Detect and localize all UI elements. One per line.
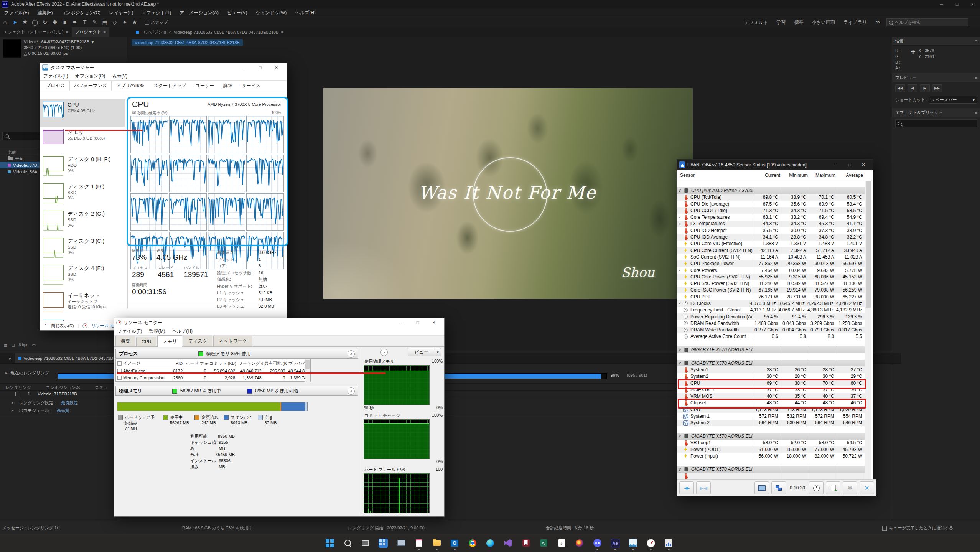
workspace-デフォルト[interactable]: デフォルト (744, 19, 768, 26)
hw-row-CPU CCD1 (Tdie)[interactable]: CPU CCD1 (Tdie)71.3 °C34.3 °C71.5 °C58.5… (677, 207, 865, 214)
taskbar-search-icon[interactable] (343, 538, 353, 548)
maximize-button[interactable]: □ (410, 318, 426, 327)
hw-row-VRM MOS[interactable]: VRM MOS40 °C35 °C40 °C37 °C (677, 393, 865, 400)
project-item-name[interactable]: Videole...6A-87D2-04371BEB218B ▼ (24, 39, 95, 45)
chevron-down-icon[interactable]: v (677, 348, 682, 352)
rm-tab-ディスク[interactable]: ディスク (183, 336, 212, 346)
taskbar-green-app-icon[interactable]: ∿ (539, 538, 549, 548)
ae-menu-ヘルプ(H)[interactable]: ヘルプ(H) (291, 10, 320, 16)
collapse-section-button[interactable]: ∧ (348, 387, 355, 395)
hw-header-sensor[interactable]: Sensor (677, 173, 755, 178)
hw-row-CPU (Tctl/Tdie)[interactable]: CPU (Tctl/Tdie)69.8 °C38.9 °C70.1 °C60.5… (677, 194, 865, 201)
tm-tab-プロセス[interactable]: プロセス (41, 81, 69, 91)
workspace-小さい画面[interactable]: 小さい画面 (812, 19, 835, 26)
tm-sidebar-item-ディスク 2 (G:)[interactable]: ディスク 2 (G:)SSD0% (40, 208, 125, 236)
rm-menu-ヘルプ(H)[interactable]: ヘルプ(H) (168, 328, 196, 334)
taskbar-hwinfo-icon[interactable] (664, 538, 674, 548)
tm-sidebar-item-ディスク 4 (E:)[interactable]: ディスク 4 (E:)SSD0% (40, 263, 125, 290)
column-ハード フォール...[interactable]: ハード フォール... (184, 361, 208, 366)
hw-row-System 2[interactable]: System 2564 RPM530 RPM564 RPM546 RPM (677, 420, 865, 426)
roto-brush-tool-icon[interactable]: ✦ (120, 19, 130, 25)
panel-menu-icon[interactable]: ≡ (975, 75, 977, 80)
hw-row-CPU SoC Power (SVI2 TFN)[interactable]: CPU SoC Power (SVI2 TFN)11.240 W10.589 W… (677, 280, 865, 287)
hw-row-CPU Core VID (Effective)[interactable]: CPU Core VID (Effective)1.388 V1.331 V1.… (677, 241, 865, 247)
hw-section-GIGABYTE X570 AORUS ELITE (Renesas ISL69138)[interactable]: vGIGABYTE X570 AORUS ELITE (Renesas ISL6… (677, 433, 865, 439)
process-checkbox[interactable] (117, 376, 122, 380)
hw-row-Core+SoC Power (SVI2 TFN)[interactable]: Core+SoC Power (SVI2 TFN)67.165 W19.914 … (677, 287, 865, 293)
hw-row-System1[interactable]: System128 °C26 °C28 °C27 °C (677, 366, 865, 373)
hw-title-bar[interactable]: HWiNFO64 v7.16-4650 Sensor Status [199 v… (677, 160, 873, 170)
tm-title-bar[interactable]: タスク マネージャー ─□✕ (40, 63, 287, 72)
tm-menu-ファイル(F)[interactable]: ファイル(F) (40, 73, 71, 79)
zoom-tool-icon[interactable]: ◯ (30, 19, 40, 25)
hw-row-CPU[interactable]: CPU1,173 RPM713 RPM1,173 RPM1,029 RPM (677, 406, 865, 413)
hw-row-L3 Clocks[interactable]: ›L3 Clocks4,070.0 MHz3,645.2 MHz4,262.3 … (677, 300, 865, 306)
twirl-icon[interactable]: ▸ (9, 356, 12, 361)
taskbar-discord-icon[interactable] (592, 538, 603, 548)
workspace-学習[interactable]: 学習 (776, 19, 786, 26)
home-tool-icon[interactable]: ⌂ (0, 19, 10, 25)
tm-tab-ユーザー[interactable]: ユーザー (191, 81, 219, 91)
workspace-ライブラリ[interactable]: ライブラリ (843, 19, 867, 26)
chevron-down-icon[interactable]: v (677, 434, 682, 438)
rm-tab-ネットワーク[interactable]: ネットワーク (213, 336, 252, 346)
render-settings-row[interactable]: ▸ レンダリング設定 : 最良設定 (12, 400, 78, 406)
hw-row-Power (Input)[interactable]: Power (Input)56.000 W18.000 W82.000 W50.… (677, 453, 865, 459)
workspace-標準[interactable]: 標準 (794, 19, 803, 26)
tm-menu-表示(V)[interactable]: 表示(V) (109, 73, 131, 79)
hw-row-DRAM Read Bandwidth[interactable]: DRAM Read Bandwidth1.463 Gbps0.043 Gbps3… (677, 320, 865, 326)
report-button[interactable] (826, 481, 840, 494)
output-module-row[interactable]: ▸ 出力モジュール : 高品質 (12, 408, 69, 414)
process-row-Memory Compression[interactable]: Memory Compression256002,9281,369,74801,… (116, 374, 310, 381)
tm-tab-アプリの履歴[interactable]: アプリの履歴 (112, 81, 149, 91)
minimize-button[interactable]: ─ (934, 2, 949, 7)
ae-menu-エフェクト(T)[interactable]: エフェクト(T) (138, 10, 176, 16)
expand-icon[interactable]: › (677, 215, 682, 219)
process-section-header[interactable]: プロセス 物理メモリ 85% 使用 ∧ (115, 349, 358, 359)
column-イメージ[interactable]: イメージ (122, 361, 168, 366)
pan-behind-tool-icon[interactable]: ✚ (50, 19, 60, 25)
rq-column-レンダリング[interactable]: レンダリング (5, 385, 31, 391)
twirl-icon[interactable]: ▸ (12, 408, 14, 414)
tm-tab-スタートアップ[interactable]: スタートアップ (149, 81, 191, 91)
puppet-pin-tool-icon[interactable]: ★ (130, 19, 140, 25)
taskbar-notes-icon[interactable] (414, 538, 424, 548)
hw-row-L3 Temperatures[interactable]: ›L3 Temperatures44.3 °C34.3 °C45.3 °C41.… (677, 221, 865, 227)
effects-search-input[interactable] (895, 119, 977, 127)
hw-scrollbar[interactable] (865, 181, 871, 479)
taskbar-resource-monitor-icon[interactable] (646, 538, 656, 548)
orbit-camera-tool-icon[interactable]: ↻ (40, 19, 50, 25)
system-summary-button[interactable] (754, 481, 769, 494)
hw-row-Core Powers[interactable]: ›Core Powers7.464 W0.034 W9.683 W5.778 W (677, 267, 865, 274)
snap-toggle[interactable]: スナップ (145, 20, 168, 25)
simple-view-link[interactable]: 簡易表示(D) (51, 323, 74, 329)
maximize-button[interactable]: □ (843, 160, 856, 170)
taskbar-red-app-icon[interactable] (521, 538, 531, 548)
ae-menu-編集(E)[interactable]: 編集(E) (33, 10, 57, 16)
footer-icon[interactable]: ▦ (4, 343, 7, 347)
workspace-overflow-icon[interactable]: ≫ (875, 20, 880, 25)
notify-when-done-checkbox[interactable]: キューが完了したときに通知する (882, 525, 954, 531)
tab-composition-viewer[interactable]: コンポジション Videoleap-71038532-C851-4B6A-87D… (132, 27, 287, 37)
taskbar-visual-studio-icon[interactable] (503, 538, 513, 548)
taskbar-start-icon[interactable] (324, 538, 335, 548)
expand-icon[interactable]: › (677, 268, 682, 272)
column-共有可能 (K...[interactable]: 共有可能 (K... (263, 361, 287, 366)
minimize-button[interactable]: ─ (829, 160, 843, 170)
expand-icon[interactable]: › (677, 301, 682, 305)
hw-row-PCIEX16_1[interactable]: PCIEX16_137 °C33 °C37 °C35 °C (677, 386, 865, 393)
column-コミット (KB)[interactable]: コミット (KB) (208, 361, 237, 366)
taskbar-galaxy-app-icon[interactable] (574, 538, 585, 548)
rm-tab-概要[interactable]: 概要 (115, 336, 135, 346)
ae-menu-ビュー(V)[interactable]: ビュー(V) (223, 10, 252, 16)
name-column-header[interactable]: 名前 (0, 150, 16, 155)
hw-row-System2[interactable]: System230 °C28 °C30 °C29 °C (677, 373, 865, 380)
minimize-button[interactable]: ─ (394, 318, 410, 327)
tm-sidebar-divider[interactable] (127, 101, 128, 308)
tab-effect-controls[interactable]: エフェクトコントロール (なし) ≡ (0, 27, 72, 37)
eraser-tool-icon[interactable]: ◇ (110, 19, 120, 25)
taskbar-after-effects-icon[interactable]: Ae (610, 538, 620, 548)
panel-menu-icon[interactable]: ≡ (281, 30, 283, 35)
rq-column-コンポジション名[interactable]: コンポジション名 (46, 385, 81, 391)
mask-shape-tool-icon[interactable]: ■ (60, 19, 70, 25)
